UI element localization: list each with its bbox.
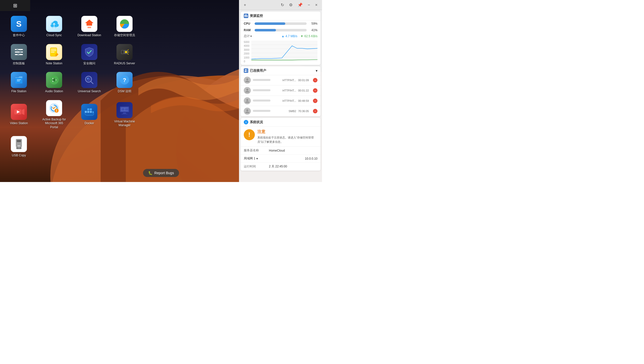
panel-add-button[interactable]: +	[242, 2, 248, 8]
uptime-label: 运行时间	[244, 164, 269, 169]
panel-settings-button[interactable]: ⚙	[288, 2, 294, 8]
panel-header-left: +	[242, 2, 248, 8]
svg-point-15	[17, 54, 19, 56]
app-icon-radius-server[interactable]: RADIUS Server	[109, 42, 140, 68]
system-status-icon: i	[244, 120, 248, 124]
network-dropdown[interactable]: 总计 ▾	[244, 34, 252, 38]
svg-rect-44	[90, 108, 92, 110]
app-icon-storage-manager[interactable]: 存储空间管理员	[109, 14, 140, 39]
app-icon-vmm[interactable]: Virtual Machine Manager	[109, 98, 140, 131]
connected-users-label: 已连接用户	[250, 68, 266, 73]
taskbar: ⊞	[0, 0, 30, 11]
app-icon-file-station[interactable]: File Station	[4, 70, 34, 96]
app-icon-docker[interactable]: Docker	[74, 98, 104, 131]
app-icon-video-station[interactable]: Video Station	[4, 98, 34, 131]
svg-rect-40	[85, 111, 87, 113]
svg-marker-35	[22, 109, 24, 115]
app-icon-audio-station[interactable]: Audio Station	[39, 70, 69, 96]
svg-point-69	[246, 78, 248, 80]
taskbar-grid-icon[interactable]: ⊞	[13, 3, 17, 9]
user-name-bar-1	[253, 79, 270, 81]
resource-monitor-icon	[244, 14, 248, 18]
user-avatar-2	[244, 87, 251, 94]
upload-speed: 4.7 MB/s	[286, 34, 297, 38]
server-name-row: 服务器名称 HomeCloud	[241, 147, 320, 155]
ram-label: RAM	[244, 28, 253, 32]
download-arrow: ▼	[300, 34, 303, 38]
svg-point-23	[125, 51, 127, 53]
app-icon-note-station[interactable]: Note Station	[39, 42, 69, 68]
app-label-file-station: File Station	[11, 89, 26, 94]
user-info-1	[253, 79, 280, 82]
system-status-title: i 系统状况	[241, 118, 320, 127]
user-disconnect-2[interactable]: −	[313, 88, 317, 93]
svg-line-30	[91, 81, 93, 84]
user-info-2	[253, 89, 280, 92]
user-protocol-4: SMB2	[289, 110, 296, 113]
svg-rect-43	[87, 108, 89, 110]
scrollable-panel[interactable]: 资源监控 CPU 59% RAM 41%	[239, 10, 322, 182]
app-icon-download-station[interactable]: Download Station	[74, 14, 104, 39]
panel-pin-button[interactable]: 📌	[296, 2, 304, 8]
app-label-video-station: Video Station	[10, 121, 28, 125]
desktop: ⊞ S 套件中心 Cloud Sync	[0, 0, 322, 182]
svg-text:?: ?	[123, 77, 126, 83]
panel-header-actions: ↻ ⚙ 📌 − ×	[279, 2, 319, 8]
svg-rect-55	[17, 148, 20, 148]
resource-monitor-label: 资源监控	[250, 14, 263, 18]
connected-users-widget: 已连接用户 ▾ HTTP/HT... 00:01:09 −	[241, 66, 320, 116]
app-icon-dsm-help[interactable]: ? DSM 说明	[109, 70, 140, 96]
ram-bar-bg	[255, 29, 307, 31]
lan-value: 10.0.0.10	[305, 157, 317, 160]
dropdown-arrow: ▾	[250, 34, 252, 38]
app-icon-active-backup[interactable]: Active Backup for Microsoft 365 Portal	[39, 98, 69, 131]
app-icon-package-center[interactable]: S 套件中心	[4, 14, 34, 39]
user-disconnect-3[interactable]: −	[313, 99, 317, 103]
app-label-radius-server: RADIUS Server	[114, 62, 135, 66]
user-disconnect-4[interactable]: −	[313, 109, 317, 113]
lan-row: 局域网 1 ▾ 10.0.0.10	[241, 155, 320, 163]
app-icon-universal-search[interactable]: Universal Search	[74, 70, 104, 96]
connected-users-expand[interactable]: ▾	[316, 69, 317, 73]
network-chart: 5000 4000 3000 2000 1000 0	[241, 40, 320, 65]
svg-point-68	[246, 69, 247, 70]
uptime-row: 运行时间 2 天 22:45:00	[241, 163, 320, 171]
svg-point-27	[53, 78, 56, 81]
svg-point-31	[87, 78, 89, 79]
svg-rect-19	[51, 52, 55, 53]
app-label-cloud-sync: Cloud Sync	[46, 33, 62, 37]
server-name-label: 服务器名称	[244, 148, 269, 153]
upload-stat: ▲ 4.7 MB/s	[281, 34, 297, 38]
network-row: 总计 ▾ ▲ 4.7 MB/s ▼ 62.5 KB/s	[241, 33, 320, 40]
svg-point-13	[16, 49, 18, 51]
app-label-download-station: Download Station	[77, 33, 101, 37]
svg-rect-48	[122, 108, 125, 111]
panel-refresh-button[interactable]: ↻	[279, 2, 286, 8]
ram-bar-fill	[255, 29, 276, 31]
svg-rect-42	[90, 111, 92, 113]
app-icon-cloud-sync[interactable]: Cloud Sync	[39, 14, 69, 39]
user-row-2: HTTP/HT... 00:01:22 −	[241, 85, 320, 96]
panel-close-button[interactable]: ×	[314, 2, 319, 8]
app-icon-usb-copy[interactable]: SD USB Copy	[4, 134, 34, 160]
notice-warning-icon: !	[244, 129, 255, 140]
svg-marker-7	[88, 27, 91, 28]
app-label-storage-manager: 存储空间管理员	[114, 33, 135, 37]
app-label-universal-search: Universal Search	[78, 89, 101, 94]
app-label-note-station: Note Station	[46, 62, 62, 66]
user-avatar-4	[244, 108, 251, 115]
cpu-label: CPU	[244, 22, 253, 25]
svg-rect-18	[51, 50, 56, 51]
panel-minimize-button[interactable]: −	[306, 2, 311, 8]
user-time-2: 00:01:22	[298, 89, 309, 92]
user-disconnect-1[interactable]: −	[313, 78, 317, 82]
network-chart-svg	[251, 41, 317, 61]
app-icon-security-advisor[interactable]: 安全顾问	[74, 42, 104, 68]
app-icon-control-panel[interactable]: 控制面板	[4, 42, 34, 68]
download-stat: ▼ 62.5 KB/s	[300, 34, 317, 38]
user-info-4	[253, 110, 287, 113]
report-bugs-button[interactable]: 🐛 Report Bugs	[143, 169, 179, 177]
ram-pct: 41%	[309, 28, 317, 32]
lan-dropdown[interactable]: 局域网 1 ▾	[244, 156, 258, 161]
resource-monitor-title: 资源监控	[241, 12, 320, 20]
